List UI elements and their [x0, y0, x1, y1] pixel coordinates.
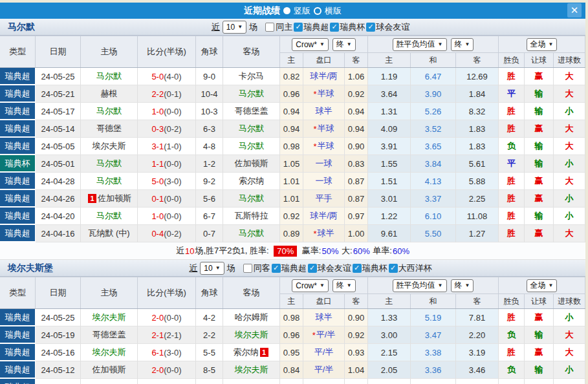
same-venue-checkbox[interactable] [243, 264, 252, 273]
asia-away-odds: 0.90 [345, 309, 368, 326]
league-checkbox[interactable]: ✓ [330, 23, 339, 32]
europe-avg-select[interactable]: 胜平负均值▼ [393, 279, 447, 292]
europe-draw-odds: 5.26 [411, 103, 456, 120]
result-cell: 胜 [499, 103, 525, 120]
goals-result-cell: 大 [554, 85, 585, 103]
league-checkbox-label: 瑞典杯 [340, 21, 365, 33]
league-checkbox[interactable]: ✓ [294, 23, 303, 32]
asia-away-odds: 1.04 [345, 361, 368, 379]
final-odds-select-europe[interactable]: 终▼ [451, 38, 474, 51]
league-checkbox[interactable]: ✓ [272, 264, 281, 273]
final-odds-select-asia[interactable]: 终▼ [332, 38, 356, 51]
home-team-cell: 哥德堡盖 [81, 326, 138, 344]
league-checkbox-label: 大西洋杯 [398, 262, 432, 274]
horizontal-layout-radio[interactable] [314, 7, 321, 15]
goals-result-cell: 小 [554, 361, 585, 379]
league-checkbox[interactable]: ✓ [353, 264, 362, 273]
asia-home-odds: 0.95 [280, 344, 303, 361]
col-eu-home: 主 [368, 294, 411, 308]
fulltime-score: 2-0 [151, 313, 164, 323]
league-checkbox-label: 瑞典超 [281, 262, 307, 274]
score-cell: 1-0(0-0) [138, 208, 196, 225]
vertical-layout-radio[interactable] [283, 7, 290, 14]
league-checkbox-label: 球会友谊 [318, 262, 351, 274]
asia-handicap-line: 平/半 [303, 344, 345, 361]
chevron-down-icon: ▼ [237, 24, 243, 30]
final-odds-select-asia[interactable]: 终▼ [332, 279, 356, 292]
match-row: 瑞典超24-05-25马尔默5-0(4-0)9-0卡尔马0.82球半/两1.06… [0, 68, 585, 85]
vertical-layout-label[interactable]: 竖版 [294, 5, 310, 17]
bookmaker-select[interactable]: Crow*▼ [292, 38, 329, 51]
fulltime-score: 2-2 [151, 89, 164, 99]
horizontal-layout-label[interactable]: 横版 [325, 5, 342, 17]
team-text: 埃尔夫斯 [93, 347, 126, 358]
league-type-cell: 瑞典超 [0, 68, 36, 85]
date-cell: 24-05-21 [36, 85, 81, 103]
match-row: 瑞典超24-05-17马尔默1-0(0-0)10-3哥德堡盖0.94球半0.94… [0, 103, 585, 120]
goals-result-cell: 小 [554, 103, 585, 120]
summary-segment-plain: 场,胜7平2负1, 胜率: [195, 245, 271, 257]
fulltime-score: 2-0 [151, 365, 164, 375]
asia-handicap-line: 一球 [303, 155, 345, 173]
same-venue-label: 同客 [254, 262, 270, 274]
summary-segment-plain: 近 [176, 245, 184, 257]
team-text: 埃尔夫斯 [235, 329, 268, 341]
result-scope-group: 全场▼ [499, 36, 585, 53]
europe-avg-select[interactable]: 胜平负均值▼ [393, 38, 447, 51]
halftime-score: (0-0) [164, 211, 181, 221]
col-result: 胜负 [499, 53, 525, 67]
col-date: 日期 [36, 277, 81, 308]
team-text: 佐加顿斯 [93, 364, 126, 376]
europe-home-odds: 1.55 [368, 155, 411, 173]
scope-select[interactable]: 全场▼ [527, 279, 558, 292]
col-score: 比分(半场) [138, 36, 196, 67]
away-team-cell: 埃尔夫斯 [223, 361, 280, 379]
europe-draw-odds: 6.10 [411, 208, 456, 225]
col-eu-draw: 和 [411, 53, 456, 67]
result-cell: 胜 [499, 120, 525, 138]
europe-draw-odds: 4.13 [411, 173, 456, 190]
chevron-down-icon: ▼ [347, 283, 352, 288]
away-team-cell: 索尔纳 [223, 173, 280, 190]
match-count-value: 10 [226, 23, 235, 32]
asia-home-odds: 0.98 [280, 138, 303, 155]
result-scope-group: 全场▼ [499, 277, 585, 294]
team-text: 马尔默 [239, 88, 264, 100]
europe-draw-odds: 6.47 [411, 68, 456, 85]
date-cell: 24-05-01 [36, 155, 81, 173]
match-count-select[interactable]: 10▼ [200, 262, 224, 275]
asia-handicap-line: 球半 [303, 103, 345, 120]
popup-title: 近期战绩 [244, 5, 280, 17]
goals-result-cell: 大 [554, 225, 585, 242]
col-goals-result: 进球数 [554, 53, 585, 67]
europe-odds-group: 胜平负均值▼ 终▼ [368, 277, 499, 294]
date-cell: 24-05-16 [36, 344, 81, 361]
team-text: 马尔默 [96, 105, 122, 117]
final-odds-select-europe[interactable]: 终▼ [451, 279, 474, 292]
score-cell: 1-1(0-0) [138, 155, 196, 173]
handicap-text: 平手 [316, 193, 332, 204]
league-type-cell: 瑞典超 [0, 326, 36, 344]
league-checkbox[interactable]: ✓ [389, 264, 398, 273]
europe-away-odds: 3.46 [456, 361, 499, 379]
result-cell: 胜 [499, 309, 525, 326]
same-venue-checkbox[interactable] [265, 23, 274, 32]
scope-select[interactable]: 全场▼ [527, 38, 558, 51]
fulltime-score: 0-3 [151, 124, 164, 134]
asia-handicap-line: 平/半 [303, 361, 345, 379]
team-text: 瓦纳默 (中) [88, 228, 129, 239]
match-count-select[interactable]: 10▼ [223, 21, 246, 34]
team-text: 哥德堡 [96, 123, 122, 134]
star-marker: * [313, 124, 316, 134]
league-checkbox[interactable]: ✓ [308, 264, 317, 273]
result-cell: 负 [499, 326, 525, 344]
europe-draw-odds: 5.19 [411, 309, 456, 326]
europe-draw-odds: 3.84 [411, 155, 456, 173]
handicap-result-cell: 赢 [525, 344, 554, 361]
bookmaker-select[interactable]: Crow*▼ [292, 279, 329, 292]
team-section-malmo: 马尔默 近10▼场同主✓瑞典超✓瑞典杯✓球会友谊 类型 日期 主场 比分(半场)… [0, 19, 585, 260]
score-cell: 1-0(0-0) [138, 103, 196, 120]
close-icon[interactable]: ✕ [567, 3, 582, 17]
corner-cell: 0-7 [196, 225, 223, 242]
league-checkbox[interactable]: ✓ [366, 23, 375, 32]
